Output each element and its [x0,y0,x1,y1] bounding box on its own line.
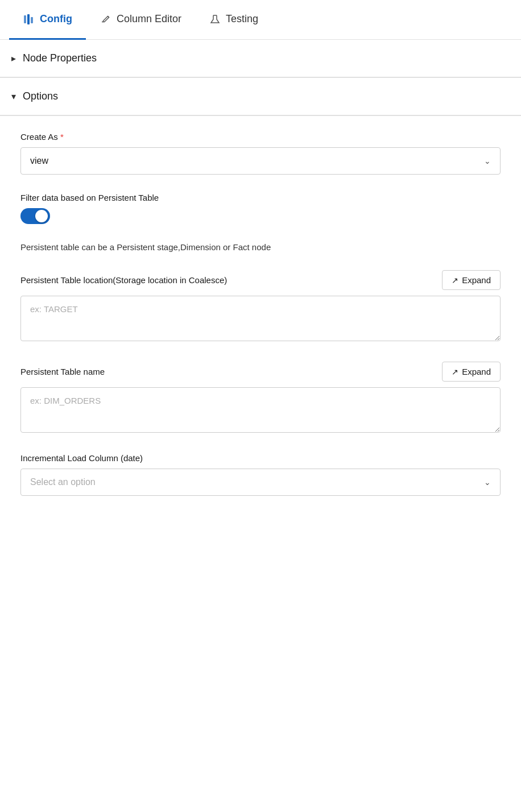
persistent-table-name-expand-button[interactable]: ↗ Expand [442,362,501,382]
persistent-table-location-input[interactable] [20,296,501,341]
tab-config-label: Config [40,13,72,25]
svg-rect-0 [24,15,26,23]
info-text: Persistent table can be a Persistent sta… [20,242,501,252]
options-section[interactable]: ▾ Options [0,78,521,115]
tab-bar: Config Column Editor Testing [0,0,521,40]
tab-column-editor[interactable]: Column Editor [86,1,195,40]
flask-icon [209,13,221,26]
create-as-label: Create As * [20,132,501,142]
tab-testing-label: Testing [226,13,258,25]
persistent-table-location-group: Persistent Table location(Storage locati… [20,270,501,343]
svg-rect-1 [27,14,30,24]
filter-data-field-group: Filter data based on Persistent Table [20,193,501,224]
create-as-chevron-icon: ⌄ [484,156,491,165]
incremental-load-column-select[interactable]: Select an option ⌄ [20,469,501,496]
persistent-table-location-expand-button[interactable]: ↗ Expand [442,270,501,290]
expand-label-1: Expand [462,275,491,285]
tab-column-editor-label: Column Editor [117,13,181,25]
create-as-value: view [30,156,48,166]
node-properties-label: Node Properties [23,52,97,64]
tab-config[interactable]: Config [9,1,86,40]
incremental-load-column-placeholder: Select an option [30,477,96,487]
expand-label-2: Expand [462,367,491,376]
persistent-table-name-input[interactable] [20,387,501,433]
filter-data-label: Filter data based on Persistent Table [20,193,501,202]
chevron-right-icon: ▸ [11,53,16,64]
persistent-table-name-row: Persistent Table name ↗ Expand [20,362,501,382]
options-content: Create As * view ⌄ Filter data based on … [0,116,521,530]
svg-rect-2 [31,17,33,23]
config-icon [23,13,35,26]
filter-data-toggle[interactable] [20,208,50,224]
create-as-select[interactable]: view ⌄ [20,147,501,175]
node-properties-section[interactable]: ▸ Node Properties [0,40,521,77]
incremental-load-column-label: Incremental Load Column (date) [20,453,501,463]
incremental-load-chevron-icon: ⌄ [484,478,491,487]
expand-icon-2: ↗ [452,367,458,376]
required-star: * [60,132,64,142]
expand-icon-1: ↗ [452,276,458,285]
toggle-knob [35,210,48,222]
incremental-load-column-group: Incremental Load Column (date) Select an… [20,453,501,496]
tab-testing[interactable]: Testing [195,1,272,40]
persistent-table-location-label: Persistent Table location(Storage locati… [20,275,227,285]
persistent-table-name-label: Persistent Table name [20,367,105,376]
edit-icon [100,13,112,26]
create-as-field-group: Create As * view ⌄ [20,132,501,175]
persistent-table-location-row: Persistent Table location(Storage locati… [20,270,501,290]
chevron-down-icon: ▾ [11,91,16,102]
persistent-table-name-group: Persistent Table name ↗ Expand [20,362,501,435]
options-label: Options [23,90,58,102]
